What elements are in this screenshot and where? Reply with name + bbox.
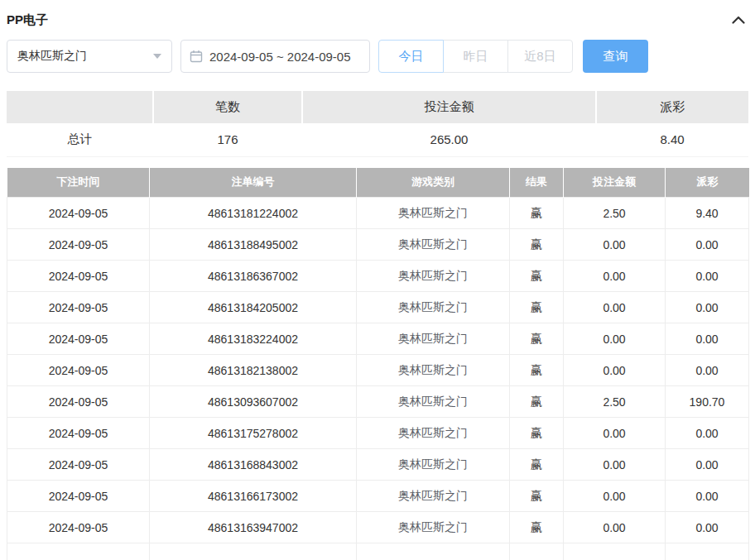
summary-header-row: 笔数 投注金额 派彩 [7,91,748,123]
cell-payout [666,543,749,560]
chevron-down-icon [153,54,161,59]
table-row: 2024-09-05 48613186367002 奥林匹斯之门 赢 0.00 … [7,261,749,292]
summary-table: 笔数 投注金额 派彩 总计 176 265.00 8.40 [7,91,748,157]
date-range-picker[interactable]: 2024-09-05 ~ 2024-09-05 [180,40,370,73]
cell-bet-time: 2024-09-05 [7,355,150,386]
cell-result [510,543,564,560]
summary-header-payout: 派彩 [596,91,748,123]
cell-order-id: 48613184205002 [150,292,357,323]
cell-bet-time: 2024-09-05 [7,386,150,418]
cell-payout: 0.00 [666,229,749,261]
cell-bet-amount: 0.00 [564,323,666,355]
cell-order-id: 48613168843002 [150,449,357,481]
report-panel: PP电子 奥林匹斯之门 2024-09-05 ~ [0,0,755,560]
cell-bet-time: 2024-09-05 [7,481,150,512]
date-range-value: 2024-09-05 ~ 2024-09-05 [209,50,351,64]
summary-total-payout: 8.40 [596,123,748,156]
cell-order-id: 48613183224002 [150,323,357,355]
cell-game-type: 奥林匹斯之门 [357,386,510,418]
cell-result: 赢 [510,512,564,543]
table-row: 2024-09-05 48613175278002 奥林匹斯之门 赢 0.00 … [7,418,749,449]
cell-order-id: 48613182138002 [150,355,357,386]
table-row: 2024-09-05 48613163947002 奥林匹斯之门 赢 0.00 … [7,512,749,543]
quick-button-last8days[interactable]: 近8日 [507,40,573,73]
cell-game-type: 奥林匹斯之门 [357,418,510,449]
table-row: 2024-09-05 48613181224002 奥林匹斯之门 赢 2.50 … [7,198,749,229]
cell-result: 赢 [510,418,564,449]
detail-header-payout: 派彩 [666,168,749,198]
cell-bet-amount: 2.50 [564,198,666,229]
detail-header-result: 结果 [510,168,564,198]
cell-bet-amount [564,543,666,560]
cell-game-type: 奥林匹斯之门 [357,261,510,292]
cell-result: 赢 [510,229,564,261]
search-button[interactable]: 查询 [583,40,648,73]
summary-total-row: 总计 176 265.00 8.40 [7,123,748,156]
chevron-up-icon [732,12,745,27]
detail-table: 下注时间 注单编号 游戏类别 结果 投注金额 派彩 2024-09-05 486… [7,168,749,560]
summary-header-bet-amount: 投注金额 [302,91,596,123]
cell-order-id: 48613186367002 [150,261,357,292]
cell-bet-time: 2024-09-05 [7,449,150,481]
cell-bet-time [7,543,150,560]
quick-button-yesterday[interactable]: 昨日 [443,40,508,73]
game-select[interactable]: 奥林匹斯之门 [7,40,172,73]
cell-payout: 0.00 [666,323,749,355]
summary-header-count: 笔数 [153,91,302,123]
cell-game-type: 奥林匹斯之门 [357,229,510,261]
detail-header-bet-time: 下注时间 [7,168,150,198]
cell-bet-time: 2024-09-05 [7,229,150,261]
summary-total-count: 176 [153,123,302,156]
cell-result: 赢 [510,323,564,355]
cell-bet-amount: 0.00 [564,449,666,481]
summary-total-label: 总计 [7,123,153,156]
cell-bet-amount: 0.00 [564,512,666,543]
cell-result: 赢 [510,292,564,323]
collapse-toggle[interactable] [729,9,748,31]
table-row: 2024-09-05 48613168843002 奥林匹斯之门 赢 0.00 … [7,449,749,481]
detail-header-bet-amount: 投注金额 [564,168,666,198]
cell-game-type: 奥林匹斯之门 [357,512,510,543]
quick-button-today[interactable]: 今日 [378,40,444,73]
table-row [7,543,749,560]
detail-header-order-id: 注单编号 [150,168,357,198]
calendar-icon [190,50,203,63]
cell-payout: 190.70 [666,386,749,418]
cell-order-id: 48613163947002 [150,512,357,543]
table-row: 2024-09-05 48613183224002 奥林匹斯之门 赢 0.00 … [7,323,749,355]
cell-bet-time: 2024-09-05 [7,323,150,355]
panel-header: PP电子 [7,0,748,40]
cell-bet-amount: 0.00 [564,261,666,292]
table-row: 2024-09-05 48613188495002 奥林匹斯之门 赢 0.00 … [7,229,749,261]
cell-bet-time: 2024-09-05 [7,512,150,543]
detail-header-row: 下注时间 注单编号 游戏类别 结果 投注金额 派彩 [7,168,749,198]
cell-bet-amount: 0.00 [564,418,666,449]
cell-bet-time: 2024-09-05 [7,261,150,292]
game-select-value: 奥林匹斯之门 [17,49,87,64]
cell-bet-time: 2024-09-05 [7,292,150,323]
cell-result: 赢 [510,261,564,292]
cell-payout: 0.00 [666,261,749,292]
table-row: 2024-09-05 48613182138002 奥林匹斯之门 赢 0.00 … [7,355,749,386]
cell-order-id: 48613093607002 [150,386,357,418]
page-title: PP电子 [7,12,48,28]
cell-order-id: 48613175278002 [150,418,357,449]
cell-game-type: 奥林匹斯之门 [357,292,510,323]
cell-game-type [357,543,510,560]
cell-payout: 0.00 [666,481,749,512]
cell-result: 赢 [510,355,564,386]
summary-total-bet-amount: 265.00 [302,123,596,156]
cell-payout: 0.00 [666,355,749,386]
filter-bar: 奥林匹斯之门 2024-09-05 ~ 2024-09-05 今日 昨日 近8日… [7,40,748,73]
cell-result: 赢 [510,449,564,481]
detail-header-game-type: 游戏类别 [357,168,510,198]
table-row: 2024-09-05 48613093607002 奥林匹斯之门 赢 2.50 … [7,386,749,418]
cell-bet-amount: 0.00 [564,481,666,512]
cell-game-type: 奥林匹斯之门 [357,449,510,481]
cell-payout: 0.00 [666,449,749,481]
cell-bet-time: 2024-09-05 [7,198,150,229]
cell-payout: 0.00 [666,512,749,543]
table-row: 2024-09-05 48613184205002 奥林匹斯之门 赢 0.00 … [7,292,749,323]
cell-bet-time: 2024-09-05 [7,418,150,449]
cell-order-id: 48613166173002 [150,481,357,512]
